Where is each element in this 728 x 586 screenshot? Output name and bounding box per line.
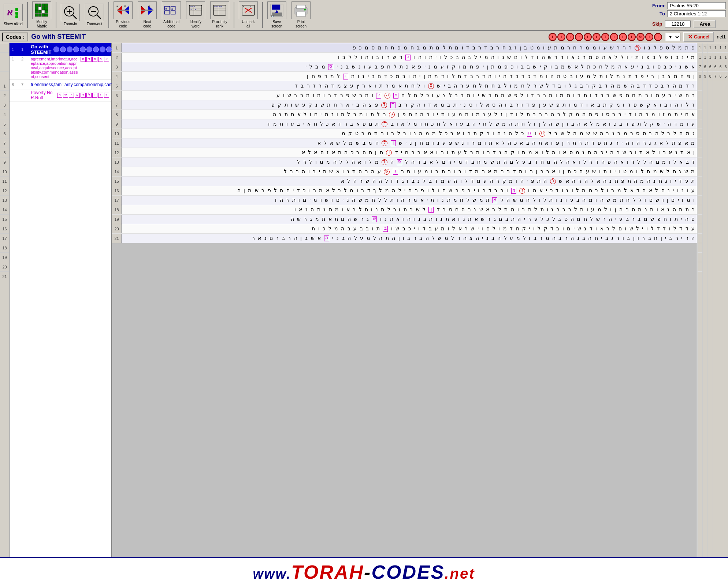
- rcell-spacer20: [698, 262, 702, 272]
- circle-3[interactable]: ו: [566, 33, 574, 41]
- row-text-17: ו מ ו י ם ן ו ש ם ו ל ל ח ת מ ש ה ו מ ה …: [122, 197, 697, 203]
- row-num-8: 8: [112, 110, 122, 119]
- left-num-2: 2: [0, 91, 9, 100]
- row-text-16: ע ו נ ו י נ ה ל א ה ד א ל מ ר ו ל כ ם מ …: [122, 188, 697, 194]
- circle-4[interactable]: י: [575, 33, 583, 41]
- row-num-9: 9: [112, 119, 122, 129]
- svg-rect-36: [141, 10, 153, 11]
- cancel-x-icon: ✕: [688, 33, 692, 40]
- save-screen-button[interactable]: 💾 Savescreen: [266, 1, 288, 29]
- rcell-spacer11: [698, 177, 702, 186]
- hebrew-row-9: 9 ע ו מ ד ה י ש ק ל ת פ ד ב כ ו א מ ל א …: [112, 119, 697, 129]
- circle-9[interactable]: ו: [619, 33, 627, 41]
- additional-code-button[interactable]: א ב Additionalcode: [160, 1, 182, 29]
- row-text-9: ע ו מ ד ה י ש ק ל ת פ ד ב כ ו א מ ל א ה …: [122, 121, 697, 127]
- zoom-out-icon: n: [85, 4, 104, 21]
- unmark-all-label: Unmarkall: [242, 20, 255, 29]
- row-num-18: 18: [112, 205, 122, 214]
- rcell-spacer5: [698, 119, 702, 129]
- rcell-spacer18: [698, 243, 702, 253]
- rcell-4-2: 6: [713, 62, 718, 72]
- row-num-16: 16: [112, 186, 122, 195]
- circle-5[interactable]: ו: [584, 33, 592, 41]
- rcell-5-2: 6: [718, 62, 723, 72]
- search-result-4[interactable]: Poverty No R.Ruff ה ש י א ר ל ו נ פ: [10, 89, 111, 101]
- identify-word-button[interactable]: u t n א ב Identifyword: [185, 1, 207, 29]
- row-text-19: ם ה י ת ו ח פ ש מ ב ר ב ע י ה ר ש ל ח מ …: [122, 216, 697, 222]
- row-num-6: 6: [112, 91, 122, 100]
- zoom-in-button[interactable]: n Zoom-in: [59, 4, 81, 26]
- zoom-out-button[interactable]: n Zoom-out: [83, 4, 105, 26]
- hebrew-row-15: 15 ת ע ד י ו ג ת נ ה מ ה ת פ ת נ ה א ל ה…: [112, 177, 697, 186]
- svg-text:ן: ן: [243, 10, 243, 12]
- search-result-1[interactable]: 1 1 Go with STEEMIT: [10, 43, 111, 56]
- search-result-3[interactable]: 8 7 friendliness,familiarity,companionsh…: [10, 80, 111, 89]
- boxed-char-4: ד: [343, 74, 348, 79]
- left-num-17: 17: [0, 234, 9, 243]
- row-num-5: 5: [112, 81, 122, 90]
- search-circles-2: ה ד מ ח א: [81, 57, 109, 62]
- additional-code-label: Additionalcode: [163, 20, 179, 29]
- circle-13[interactable]: ו: [654, 33, 662, 41]
- show-nikud-button[interactable]: א Show nikud: [2, 4, 24, 26]
- hebrew-row-16: 16 ע ו נ ו י נ ה ל א ה ד א ל מ ר ו ל כ ם…: [112, 186, 697, 196]
- circle-8[interactable]: ו: [610, 33, 618, 41]
- rcell-header-1: 1: [698, 43, 702, 53]
- from-label: From:: [652, 3, 665, 8]
- left-num-21: 21: [0, 272, 9, 281]
- circled-char-16: ר: [519, 188, 525, 194]
- circle-6[interactable]: ו: [593, 33, 601, 41]
- print-screen-button[interactable]: Printscreen: [290, 1, 312, 29]
- skip-value[interactable]: 12218: [665, 21, 691, 27]
- svg-rect-8: [35, 7, 38, 10]
- boxed-char-20: ב: [383, 226, 388, 232]
- circle-12[interactable]: ו: [645, 33, 653, 41]
- circle-11[interactable]: פ: [636, 33, 645, 41]
- svg-text:n: n: [89, 7, 91, 10]
- left-num-3: 3: [0, 100, 9, 110]
- area-button[interactable]: Area: [694, 20, 716, 28]
- previous-code-button[interactable]: א א Previouscode: [112, 1, 134, 29]
- show-nikud-icon: א: [4, 4, 23, 21]
- search-result-2[interactable]: 1 2 agreement,imprimatur,acceptance,appr…: [10, 56, 111, 80]
- row-num-3: 3: [112, 62, 122, 71]
- hebrew-row-19: 19 ם ה י ת ו ח פ ש מ ב ר ב ע י ה ר ש ל ח…: [112, 215, 697, 224]
- row-text-3: א ש נ י כ ב ס ו ב נ י ע א ה מ ל ח כ ת ל …: [122, 64, 697, 70]
- svg-text:א: א: [148, 5, 150, 7]
- circle-2[interactable]: ו: [557, 33, 565, 41]
- circle-10[interactable]: ו: [628, 33, 636, 41]
- circle-7[interactable]: ד: [601, 33, 609, 41]
- row-header-num: [0, 53, 9, 62]
- cancel-button[interactable]: ✕ Cancel: [683, 32, 714, 42]
- row-text-15: ת ע ד י ו ג ת נ ה מ ה ת פ ת נ ה א ל ה ר …: [122, 178, 697, 184]
- svg-text:א: א: [141, 5, 142, 7]
- circle-1[interactable]: ו: [549, 33, 557, 41]
- svg-text:א: א: [116, 5, 118, 7]
- boxed-char-18: ן: [428, 207, 434, 213]
- svg-rect-15: [45, 10, 48, 13]
- print-screen-label: Printscreen: [296, 20, 307, 29]
- svg-rect-4: [35, 4, 38, 7]
- proximity-rank-button[interactable]: u⊙n u⊙n Proximityrank: [209, 1, 231, 29]
- proximity-rank-icon: u⊙n u⊙n: [210, 1, 229, 19]
- modify-matrix-button[interactable]: ModifyMatrix: [31, 1, 53, 29]
- identify-word-label: Identifyword: [190, 20, 201, 29]
- svg-rect-6: [42, 4, 45, 7]
- rcell-2-1: 1: [703, 53, 707, 62]
- codes-dropdown[interactable]: ▼: [665, 33, 680, 41]
- row-text-11: מ א פ ת ל א ג נ ר ה ו ה י ר ג ת פ ד ת ר …: [122, 140, 697, 146]
- rcell-5-3: 6: [718, 72, 723, 81]
- rcell-3-2: 6: [708, 62, 713, 72]
- unmark-all-button[interactable]: ט ן נ Unmarkall: [237, 1, 259, 29]
- from-value[interactable]: Psalms 55:20: [667, 2, 726, 9]
- to-value[interactable]: 2 Chronicles 1:12: [667, 10, 726, 17]
- next-code-button[interactable]: א א Nextcode: [136, 1, 158, 29]
- search-circles-4: ה ש י א ר ל ו נ פ: [57, 93, 109, 98]
- row-num-21: 21: [112, 234, 122, 243]
- right-col-2: 1 1 6 9: [702, 43, 707, 557]
- rcell-2-3: 9: [703, 72, 707, 81]
- rcell-spacer1: [698, 81, 702, 91]
- hebrew-row-4: 4 ן פ ח מ צ ב ן ר י פ ד ת נ מ ל ו ת ל מ …: [112, 72, 697, 81]
- sep2: [56, 2, 56, 28]
- search-num-2-2: 2: [21, 57, 29, 61]
